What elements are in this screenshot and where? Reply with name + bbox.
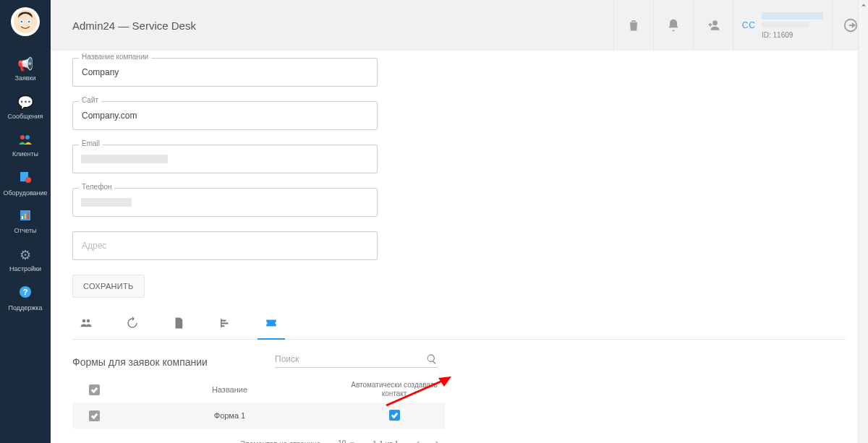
search-icon bbox=[426, 353, 438, 365]
nav-support[interactable]: ? Поддержка bbox=[0, 280, 51, 319]
email-field: Email bbox=[72, 145, 378, 173]
nav-messages[interactable]: 💬 Сообщения bbox=[0, 89, 51, 127]
table-header: Название Автоматически создавать контакт bbox=[72, 377, 445, 403]
people-icon bbox=[19, 133, 32, 148]
auto-create-checkbox[interactable] bbox=[389, 410, 400, 421]
nav-reports[interactable]: Отчеты bbox=[0, 204, 51, 241]
tab-history[interactable] bbox=[123, 311, 142, 339]
search-field bbox=[275, 351, 438, 368]
person-add-icon bbox=[706, 18, 720, 33]
history-icon bbox=[126, 317, 139, 330]
nav-label: Отчеты bbox=[14, 227, 36, 234]
nav-clients[interactable]: Клиенты bbox=[0, 127, 51, 165]
nav-settings[interactable]: ⚙ Настройки bbox=[0, 241, 51, 280]
nav-label: Сообщения bbox=[8, 113, 43, 120]
address-input[interactable] bbox=[72, 231, 378, 260]
tab-forms[interactable] bbox=[262, 311, 281, 339]
svg-point-15 bbox=[712, 20, 718, 25]
site-input[interactable] bbox=[72, 101, 378, 130]
nav-label: Клиенты bbox=[12, 150, 38, 158]
next-page-icon[interactable] bbox=[434, 441, 441, 444]
tab-stats[interactable] bbox=[216, 311, 234, 339]
site-field: Сайт bbox=[72, 101, 378, 130]
user-info: ID: 11609 bbox=[762, 12, 823, 39]
people-icon bbox=[80, 317, 93, 330]
pager-range: 1-1 из 1 bbox=[373, 440, 399, 444]
nav-label: Заявки bbox=[14, 74, 35, 82]
prev-page-icon[interactable] bbox=[414, 441, 421, 444]
svg-text:?: ? bbox=[23, 288, 28, 296]
nav-label: Оборудование bbox=[3, 189, 47, 197]
header: Admin24 — Service Desk CC ID: 11609 bbox=[51, 0, 868, 51]
equipment-icon bbox=[19, 171, 32, 187]
pager-label: Элементов на странице bbox=[240, 440, 320, 444]
nav-requests[interactable]: 📢 Заявки bbox=[0, 51, 51, 89]
row-checkbox[interactable] bbox=[89, 410, 100, 421]
search-input[interactable] bbox=[275, 351, 426, 367]
document-icon bbox=[172, 317, 185, 330]
select-all-checkbox[interactable] bbox=[89, 384, 100, 395]
notifications-button[interactable] bbox=[653, 0, 693, 51]
report-icon bbox=[20, 210, 31, 225]
ticket-icon bbox=[265, 317, 278, 330]
page-size-value: 10 bbox=[338, 439, 346, 443]
user-id: ID: 11609 bbox=[762, 31, 823, 39]
cc-logo: CC bbox=[742, 20, 756, 30]
main: Admin24 — Service Desk CC ID: 11609 bbox=[51, 0, 868, 443]
svg-point-3 bbox=[21, 21, 23, 23]
svg-point-6 bbox=[25, 135, 30, 139]
tabs bbox=[72, 311, 846, 340]
field-label: Название компании bbox=[79, 53, 151, 61]
tab-documents[interactable] bbox=[169, 311, 188, 339]
col-auto-header: Автоматически создавать контакт bbox=[351, 381, 438, 398]
trash-icon bbox=[626, 18, 641, 33]
company-field: Название компании bbox=[72, 58, 378, 87]
field-label: Сайт bbox=[79, 96, 101, 104]
field-label: Телефон bbox=[79, 183, 114, 191]
sidebar: 📢 Заявки 💬 Сообщения Клиенты Оборудовани… bbox=[0, 0, 51, 443]
svg-point-5 bbox=[20, 135, 25, 139]
nav-label: Поддержка bbox=[9, 304, 43, 311]
svg-point-4 bbox=[28, 21, 30, 23]
page-size-select[interactable]: 10 bbox=[336, 439, 357, 443]
add-user-button[interactable] bbox=[693, 0, 733, 51]
nav-equipment[interactable]: Оборудование bbox=[0, 165, 51, 204]
svg-rect-12 bbox=[27, 212, 29, 219]
row-name: Форма 1 bbox=[109, 411, 351, 420]
megaphone-icon: 📢 bbox=[17, 56, 33, 72]
nav-label: Настройки bbox=[9, 265, 41, 272]
avatar[interactable] bbox=[11, 7, 40, 36]
svg-point-17 bbox=[82, 319, 86, 323]
col-name-header: Название bbox=[109, 385, 351, 394]
gear-icon: ⚙ bbox=[20, 247, 31, 263]
pager: Элементов на странице 10 1-1 из 1 bbox=[72, 429, 445, 443]
svg-point-8 bbox=[25, 177, 31, 183]
svg-rect-10 bbox=[22, 216, 23, 219]
delete-button[interactable] bbox=[613, 0, 653, 51]
bars-icon bbox=[218, 317, 231, 330]
logout-icon bbox=[843, 17, 859, 33]
forms-section-title: Формы для заявок компании bbox=[72, 356, 208, 368]
help-icon: ? bbox=[19, 285, 32, 302]
bell-icon bbox=[666, 18, 681, 33]
table-row: Форма 1 bbox=[72, 403, 445, 429]
company-input[interactable] bbox=[72, 58, 378, 87]
scroll-up-icon[interactable] bbox=[859, 0, 868, 10]
save-button-top[interactable]: СОХРАНИТЬ bbox=[72, 275, 145, 298]
tab-contacts[interactable] bbox=[77, 311, 95, 339]
svg-point-18 bbox=[87, 319, 90, 323]
field-label: Email bbox=[79, 139, 103, 147]
content: Название компании Сайт Email Телефон СОХ… bbox=[51, 51, 868, 443]
page-title: Admin24 — Service Desk bbox=[72, 20, 613, 32]
chevron-down-icon bbox=[349, 441, 355, 444]
phone-field: Телефон bbox=[72, 188, 378, 217]
chat-icon: 💬 bbox=[17, 95, 33, 111]
user-panel[interactable]: CC ID: 11609 bbox=[733, 0, 832, 51]
svg-rect-11 bbox=[25, 214, 26, 219]
address-field bbox=[72, 231, 378, 260]
forms-table: Название Автоматически создавать контакт… bbox=[72, 377, 445, 429]
scrollbar[interactable] bbox=[858, 0, 868, 443]
